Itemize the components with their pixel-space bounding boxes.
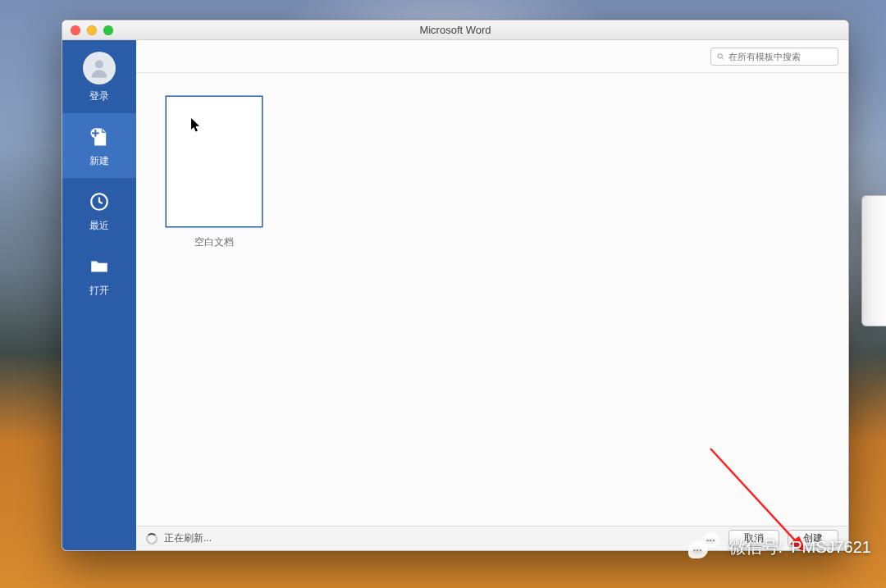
new-document-icon bbox=[87, 125, 112, 149]
template-label: 空白文档 bbox=[194, 235, 234, 249]
sidebar-item-new[interactable]: 新建 bbox=[62, 113, 136, 178]
main-area: 空白文档 正在刷新... 取消 创建 bbox=[136, 40, 848, 550]
template-gallery: 空白文档 bbox=[136, 73, 848, 526]
sidebar-item-label: 最近 bbox=[89, 219, 109, 233]
status-text: 正在刷新... bbox=[164, 531, 212, 545]
search-icon bbox=[716, 52, 725, 62]
window-body: 登录 新建 最近 bbox=[62, 40, 848, 550]
mouse-cursor-icon bbox=[191, 118, 201, 133]
sidebar-item-open[interactable]: 打开 bbox=[62, 243, 136, 308]
status-right: 取消 创建 bbox=[728, 530, 838, 547]
sidebar-item-label: 打开 bbox=[89, 284, 109, 298]
sidebar-item-label: 登录 bbox=[89, 89, 109, 103]
svg-point-0 bbox=[95, 60, 103, 68]
search-field[interactable] bbox=[710, 48, 838, 66]
folder-icon bbox=[87, 254, 112, 279]
create-button[interactable]: 创建 bbox=[788, 530, 838, 547]
sidebar-item-recent[interactable]: 最近 bbox=[62, 178, 136, 243]
search-input[interactable] bbox=[728, 52, 833, 62]
background-window-edge bbox=[861, 195, 886, 326]
status-bar: 正在刷新... 取消 创建 bbox=[136, 526, 848, 550]
window-controls bbox=[62, 25, 113, 35]
clock-icon bbox=[87, 189, 112, 214]
sidebar-item-label: 新建 bbox=[89, 154, 109, 168]
template-thumbnail bbox=[166, 96, 263, 227]
sidebar-item-signin[interactable]: 登录 bbox=[62, 40, 136, 113]
sidebar: 登录 新建 最近 bbox=[62, 40, 136, 550]
minimize-window-button[interactable] bbox=[87, 25, 97, 35]
loading-spinner-icon bbox=[146, 533, 158, 545]
template-tile-blank[interactable]: 空白文档 bbox=[166, 96, 263, 249]
avatar-icon bbox=[83, 52, 116, 84]
word-template-window: Microsoft Word 登录 新建 bbox=[62, 20, 849, 551]
search-bar bbox=[136, 40, 848, 73]
window-title: Microsoft Word bbox=[62, 24, 848, 36]
svg-point-3 bbox=[718, 53, 722, 57]
close-window-button[interactable] bbox=[71, 25, 80, 35]
zoom-window-button[interactable] bbox=[103, 25, 113, 35]
cancel-button[interactable]: 取消 bbox=[728, 530, 779, 547]
status-left: 正在刷新... bbox=[146, 531, 212, 545]
titlebar: Microsoft Word bbox=[62, 21, 848, 40]
